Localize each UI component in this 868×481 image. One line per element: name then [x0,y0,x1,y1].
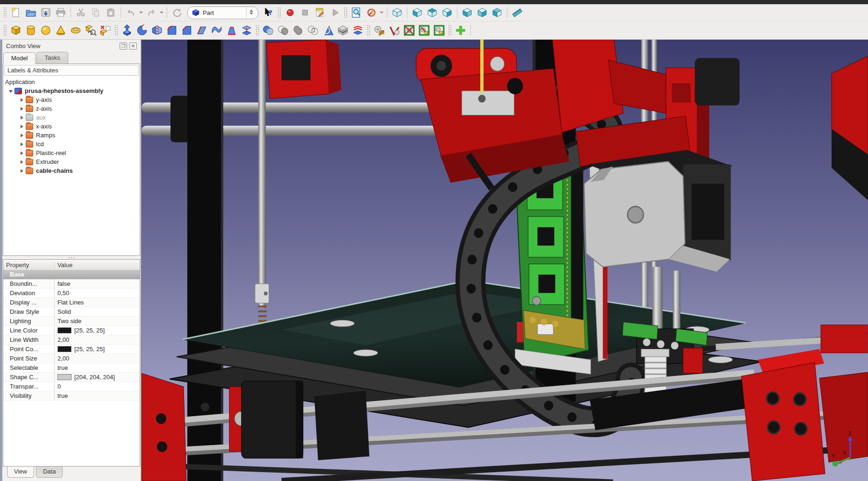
property-row-display[interactable]: Display ...Flat Lines [3,298,140,307]
expand-icon[interactable] [21,142,23,146]
undo-dropdown[interactable] [138,6,144,20]
tree-item-document[interactable]: prusa-hephestos-assembly [5,86,138,95]
view-left-button[interactable] [490,6,505,20]
collapse-icon[interactable] [9,90,13,93]
tree-item-cable-chains[interactable]: cable-chains [5,166,138,175]
tree-item-x-axis[interactable]: x-axis [5,122,138,131]
tree-root-application[interactable]: Application [5,78,138,86]
common-op-button[interactable] [306,23,320,37]
chamfer-button[interactable] [179,23,194,37]
property-row-visibility[interactable]: Visibilitytrue [3,391,140,401]
part-sphere-button[interactable] [38,23,53,37]
make-face-button[interactable] [194,23,209,37]
macro-stop-button[interactable] [298,6,313,20]
expand-icon[interactable] [21,151,23,155]
tab-data[interactable]: Data [36,467,63,478]
cross-sections-button[interactable] [335,23,350,37]
tab-model[interactable]: Model [3,52,36,64]
add-item-button[interactable] [453,23,468,37]
property-row-transparency[interactable]: Transpar...0 [3,382,140,391]
property-row-line-color[interactable]: Line Color[25, 25, 25] [3,326,140,335]
tree-item-extruder[interactable]: Extruder [5,157,138,166]
toolbar-handle[interactable] [114,25,118,36]
compound-button[interactable] [350,23,365,37]
panel-splitter[interactable] [2,256,141,259]
toolbar-handle[interactable] [3,7,7,18]
undo-button[interactable] [123,6,138,20]
paste-button[interactable] [103,6,118,20]
view-axonometric-button[interactable] [390,6,405,20]
tree-item-y-axis[interactable]: y-axis [5,95,138,104]
fit-all-button[interactable] [349,6,364,20]
shape-builder-button[interactable] [83,23,98,37]
property-row-bounding[interactable]: Boundin...false [3,279,140,289]
property-row-draw-style[interactable]: Draw StyleSolid [3,307,140,317]
view-top-button[interactable] [425,6,440,20]
toolbar-handle[interactable] [256,25,259,36]
measure-distance-button[interactable] [510,6,525,20]
sweep-button[interactable] [239,23,254,37]
toolbar-handle[interactable] [277,7,281,18]
section-op-button[interactable] [320,23,335,37]
part-cone-button[interactable] [53,23,68,37]
redo-dropdown[interactable] [159,6,164,20]
tree-item-lcd[interactable]: lcd [5,140,138,149]
expand-icon[interactable] [21,169,23,173]
new-document-button[interactable] [8,6,23,20]
part-torus-button[interactable] [68,23,83,37]
value-column-header[interactable]: Value [55,262,75,269]
measure-angular-button[interactable] [387,23,402,37]
draw-style-button[interactable] [364,6,379,20]
property-row-lighting[interactable]: LightingTwo side [3,317,140,326]
open-folder-button[interactable] [23,6,38,20]
boolean-button[interactable] [261,23,276,37]
view-rear-button[interactable] [460,6,475,20]
tree-item-aux[interactable]: aux [5,113,138,122]
property-row-point-color[interactable]: Point Co...[25, 25, 25] [3,345,140,354]
view-front-button[interactable] [410,6,425,20]
property-row-line-width[interactable]: Line Width2,00 [3,335,140,345]
view-right-button[interactable] [440,6,455,20]
expand-icon[interactable] [21,125,23,128]
macro-play-button[interactable] [327,6,342,20]
workbench-spinner[interactable] [246,7,256,19]
copy-button[interactable] [88,6,103,20]
measure-clear-button[interactable] [402,23,417,37]
property-row-shape-color[interactable]: Shape C...[204, 204, 204] [3,373,140,382]
tree-item-z-axis[interactable]: z-axis [5,104,138,113]
property-row-deviation[interactable]: Deviation0,50 [3,289,140,298]
toolbar-handle[interactable] [448,25,452,36]
extrude-button[interactable] [120,23,135,37]
save-button[interactable] [38,6,53,20]
primitives-button[interactable] [98,23,113,37]
print-button[interactable] [53,6,68,20]
ruled-surface-button[interactable] [209,23,224,37]
refresh-button[interactable] [170,6,185,20]
property-row-point-size[interactable]: Point Size2,00 [3,354,140,363]
toolbar-handle[interactable] [344,7,348,18]
3d-viewport[interactable]: Z X Y [141,40,868,481]
expand-icon[interactable] [21,107,23,111]
draw-style-dropdown[interactable] [379,6,384,20]
measure-toggle-delta-button[interactable] [432,23,447,37]
expand-icon[interactable] [21,98,23,102]
part-cylinder-button[interactable] [23,23,38,37]
expand-icon[interactable] [21,134,23,137]
tree-item-plastic-reel[interactable]: Plastic-reel [5,149,138,157]
mirror-button[interactable] [149,23,164,37]
tab-view[interactable]: View [7,467,34,478]
measure-toggle-3d-button[interactable] [417,23,432,37]
fillet-button[interactable] [164,23,179,37]
tab-tasks[interactable]: Tasks [36,52,68,64]
property-column-header[interactable]: Property [3,262,55,269]
expand-icon[interactable] [21,160,23,164]
part-box-button[interactable] [8,23,23,37]
union-op-button[interactable] [291,23,306,37]
revolve-button[interactable] [135,23,149,37]
toolbar-handle[interactable] [367,25,370,36]
measure-linear-button[interactable] [372,23,387,37]
macro-record-button[interactable] [283,6,298,20]
loft-button[interactable] [224,23,239,37]
expand-icon[interactable] [21,116,23,120]
macro-edit-button[interactable] [313,6,327,20]
